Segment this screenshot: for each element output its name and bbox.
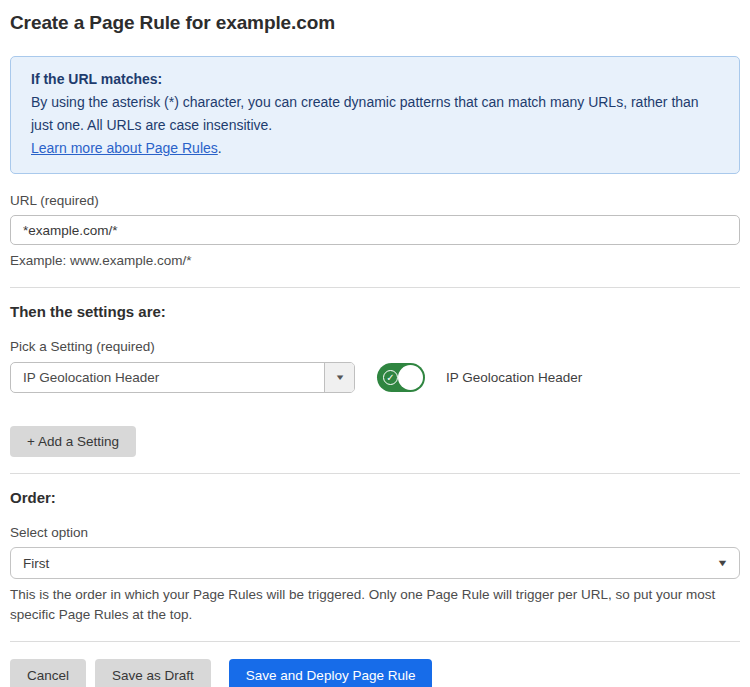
divider [10, 473, 740, 474]
info-box-body: By using the asterisk (*) character, you… [31, 91, 719, 137]
order-hint: This is the order in which your Page Rul… [10, 585, 734, 625]
learn-more-link[interactable]: Learn more about Page Rules [31, 140, 218, 156]
url-input[interactable] [10, 215, 740, 245]
ip-geolocation-toggle[interactable]: ✓ [377, 363, 425, 392]
toggle-knob [398, 365, 423, 390]
cancel-button[interactable]: Cancel [10, 659, 86, 687]
info-box-link-line: Learn more about Page Rules. [31, 137, 719, 160]
form-actions: Cancel Save as Draft Save and Deploy Pag… [10, 659, 740, 687]
chevron-down-icon: ▼ [716, 558, 728, 568]
settings-heading: Then the settings are: [10, 303, 740, 320]
url-matches-info-box: If the URL matches: By using the asteris… [10, 56, 740, 174]
pick-setting-label: Pick a Setting (required) [10, 339, 740, 354]
setting-dropdown[interactable]: IP Geolocation Header ▼ [10, 362, 355, 393]
divider [10, 287, 740, 288]
toggle-label: IP Geolocation Header [446, 370, 582, 385]
check-icon: ✓ [383, 370, 398, 385]
link-suffix: . [218, 140, 222, 156]
create-page-rule-form: Create a Page Rule for example.com If th… [0, 0, 750, 687]
order-select-value: First [23, 556, 718, 571]
setting-dropdown-value: IP Geolocation Header [11, 370, 324, 385]
select-option-label: Select option [10, 525, 740, 540]
info-box-heading: If the URL matches: [31, 68, 719, 91]
url-label: URL (required) [10, 193, 740, 208]
save-draft-button[interactable]: Save as Draft [95, 659, 211, 687]
add-setting-button[interactable]: + Add a Setting [10, 426, 136, 457]
setting-dropdown-caret-button[interactable]: ▼ [324, 363, 354, 392]
divider [10, 641, 740, 642]
chevron-down-icon: ▼ [334, 373, 345, 382]
order-select[interactable]: First ▼ [10, 547, 740, 579]
setting-row: IP Geolocation Header ▼ ✓ IP Geolocation… [10, 362, 740, 393]
url-example-hint: Example: www.example.com/* [10, 251, 740, 271]
page-title: Create a Page Rule for example.com [10, 12, 740, 34]
save-deploy-button[interactable]: Save and Deploy Page Rule [229, 659, 433, 687]
order-heading: Order: [10, 489, 740, 506]
